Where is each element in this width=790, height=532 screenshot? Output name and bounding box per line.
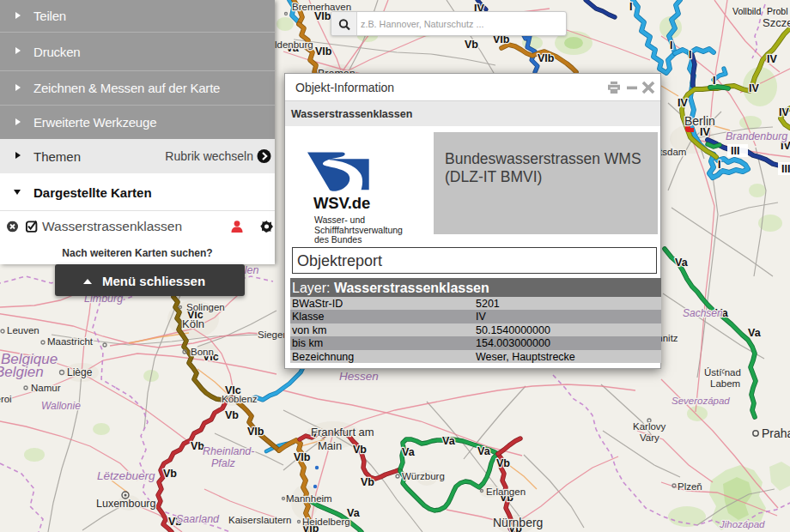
svg-text:Saarland: Saarland: [176, 513, 220, 525]
svg-text:Maastricht: Maastricht: [47, 336, 94, 347]
svg-text:Lëtzebuerg: Lëtzebuerg: [97, 469, 155, 482]
svg-text:Belgien: Belgien: [0, 364, 44, 380]
svg-text:Frankfurt am: Frankfurt am: [311, 426, 374, 438]
svg-text:IV: IV: [749, 82, 759, 94]
svg-text:Severozápad: Severozápad: [672, 396, 730, 406]
svg-text:Köln: Köln: [182, 317, 204, 330]
svg-text:Berlin: Berlin: [684, 114, 715, 128]
svg-text:Vb: Vb: [163, 468, 177, 480]
svg-text:Leuven: Leuven: [7, 325, 40, 336]
svg-text:I: I: [718, 159, 720, 171]
svg-text:Wallonie: Wallonie: [41, 400, 81, 412]
svg-text:Hessen: Hessen: [339, 370, 379, 383]
svg-text:Va: Va: [402, 446, 416, 458]
svg-text:Luxembourg: Luxembourg: [96, 498, 156, 510]
svg-text:Namur: Namur: [31, 383, 61, 393]
svg-text:I: I: [670, 39, 672, 51]
svg-text:VIb: VIb: [314, 10, 331, 22]
svg-text:IV: IV: [779, 106, 789, 118]
svg-text:VIb: VIb: [538, 52, 555, 64]
svg-text:Würzburg: Würzburg: [402, 471, 445, 481]
svg-text:VIb: VIb: [315, 45, 332, 57]
svg-text:Szczec: Szczec: [763, 16, 790, 29]
svg-text:Liège: Liège: [67, 366, 93, 378]
svg-text:Koblenz: Koblenz: [222, 394, 258, 404]
svg-text:Main: Main: [318, 439, 342, 452]
svg-text:Erlangen: Erlangen: [486, 487, 526, 497]
svg-text:Va: Va: [442, 435, 456, 447]
svg-text:Vb: Vb: [225, 409, 239, 421]
svg-text:Plzeň: Plzeň: [678, 481, 702, 492]
svg-text:Va: Va: [748, 327, 762, 339]
svg-text:Va: Va: [477, 445, 491, 457]
svg-text:I: I: [689, 49, 691, 61]
svg-text:Pfalz: Pfalz: [211, 457, 236, 469]
svg-text:III: III: [731, 145, 739, 157]
svg-text:Jihozápad: Jihozápad: [719, 519, 765, 529]
svg-text:Solingen: Solingen: [186, 302, 225, 312]
svg-text:I: I: [713, 75, 715, 87]
svg-text:Rheinland-: Rheinland-: [203, 445, 254, 457]
svg-text:Vary: Vary: [640, 432, 659, 443]
svg-text:VIb: VIb: [294, 451, 311, 463]
svg-text:Karlovy: Karlovy: [633, 421, 666, 432]
svg-text:Heidelberg: Heidelberg: [302, 517, 350, 527]
svg-text:III: III: [781, 163, 790, 175]
svg-text:Charleroi: Charleroi: [0, 394, 12, 404]
svg-text:I: I: [629, 1, 632, 13]
svg-text:IV: IV: [700, 126, 710, 138]
svg-text:IV: IV: [678, 97, 688, 109]
svg-text:IV: IV: [767, 53, 777, 65]
svg-text:Vb: Vb: [465, 39, 478, 51]
svg-text:Vb: Vb: [496, 457, 510, 469]
svg-text:Nürnberg: Nürnberg: [493, 516, 543, 529]
svg-text:Ústí nad: Ústí nad: [704, 367, 741, 378]
svg-text:Vb: Vb: [361, 476, 374, 488]
svg-text:Vb: Vb: [353, 444, 367, 456]
svg-text:Labem: Labem: [710, 378, 740, 389]
svg-text:Va: Va: [675, 257, 689, 269]
svg-text:VIb: VIb: [247, 426, 264, 438]
svg-text:Brandenburg: Brandenburg: [726, 130, 787, 142]
svg-text:Praha: Praha: [762, 426, 790, 440]
svg-text:Sachsen: Sachsen: [683, 307, 723, 319]
svg-text:Bonn: Bonn: [191, 347, 214, 357]
svg-text:Kaiserslautern: Kaiserslautern: [228, 515, 292, 525]
svg-text:Mannheim: Mannheim: [286, 493, 332, 504]
